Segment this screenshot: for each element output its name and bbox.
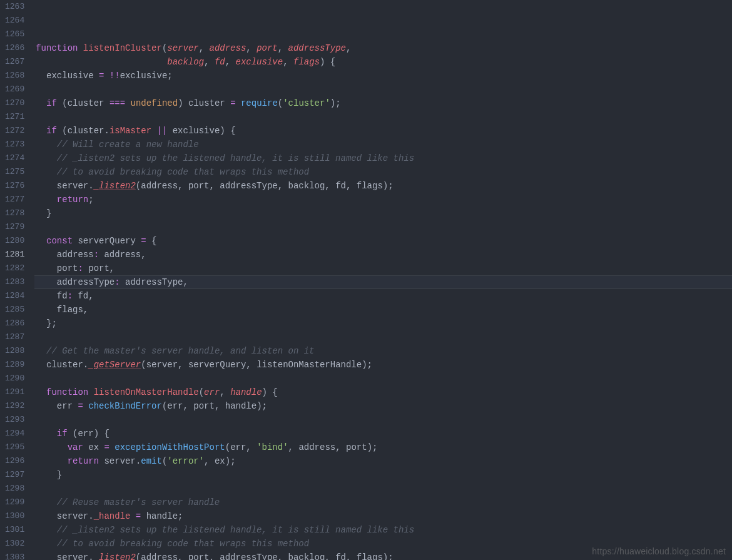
code-line[interactable] bbox=[36, 330, 732, 344]
line-number: 1279 bbox=[5, 220, 24, 234]
line-number: 1269 bbox=[5, 83, 24, 96]
line-number: 1276 bbox=[5, 179, 24, 193]
line-number: 1280 bbox=[5, 234, 24, 248]
code-line[interactable]: // to avoid breaking code that wraps thi… bbox=[36, 165, 732, 179]
line-number: 1266 bbox=[5, 41, 24, 55]
line-number: 1277 bbox=[5, 193, 24, 206]
code-line[interactable]: } bbox=[36, 206, 732, 220]
line-number: 1298 bbox=[5, 482, 24, 496]
code-area[interactable]: function listenInCluster(server, address… bbox=[36, 0, 732, 560]
line-number: 1281 bbox=[5, 248, 24, 262]
line-number: 1299 bbox=[5, 496, 24, 509]
code-line[interactable]: cluster._getServer(server, serverQuery, … bbox=[36, 358, 732, 372]
line-number: 1288 bbox=[5, 344, 24, 358]
code-line[interactable]: const serverQuery = { bbox=[36, 234, 732, 248]
line-number: 1293 bbox=[5, 413, 24, 427]
line-number-gutter: 1263126412651266126712681269127012711272… bbox=[0, 0, 36, 560]
code-line[interactable]: if (cluster.isMaster || exclusive) { bbox=[36, 124, 732, 138]
line-number: 1302 bbox=[5, 537, 24, 551]
line-number: 1264 bbox=[5, 14, 24, 28]
code-line[interactable]: return; bbox=[36, 193, 732, 206]
line-number: 1270 bbox=[5, 96, 24, 110]
code-line[interactable] bbox=[36, 413, 732, 427]
line-number: 1263 bbox=[5, 0, 24, 14]
code-line[interactable]: err = checkBindError(err, port, handle); bbox=[36, 399, 732, 413]
line-number: 1294 bbox=[5, 427, 24, 440]
line-number: 1297 bbox=[5, 468, 24, 482]
code-line[interactable] bbox=[36, 220, 732, 234]
line-number: 1289 bbox=[5, 358, 24, 372]
code-line[interactable]: function listenOnMasterHandle(err, handl… bbox=[36, 385, 732, 399]
code-line[interactable]: address: address, bbox=[36, 248, 732, 262]
code-line[interactable] bbox=[36, 28, 732, 41]
code-line[interactable]: // Get the master's server handle, and l… bbox=[36, 344, 732, 358]
line-number: 1303 bbox=[5, 551, 24, 560]
line-number: 1287 bbox=[5, 330, 24, 344]
line-number: 1292 bbox=[5, 399, 24, 413]
code-line[interactable]: var ex = exceptionWithHostPort(err, 'bin… bbox=[36, 440, 732, 454]
line-number: 1291 bbox=[5, 385, 24, 399]
line-number: 1301 bbox=[5, 523, 24, 537]
code-line[interactable] bbox=[36, 83, 732, 96]
line-number: 1300 bbox=[5, 509, 24, 523]
code-line[interactable]: exclusive = !!exclusive; bbox=[36, 69, 732, 83]
code-line[interactable]: server._listen2(address, port, addressTy… bbox=[36, 551, 732, 560]
code-line[interactable]: server._listen2(address, port, addressTy… bbox=[36, 179, 732, 193]
line-number: 1268 bbox=[5, 69, 24, 83]
line-number: 1285 bbox=[5, 303, 24, 317]
code-line[interactable]: // _listen2 sets up the listened handle,… bbox=[36, 151, 732, 165]
code-line[interactable]: // to avoid breaking code that wraps thi… bbox=[36, 537, 732, 551]
code-editor[interactable]: 1263126412651266126712681269127012711272… bbox=[0, 0, 732, 560]
line-number: 1290 bbox=[5, 372, 24, 385]
code-line[interactable]: fd: fd, bbox=[36, 289, 732, 303]
code-line[interactable] bbox=[36, 482, 732, 496]
line-number: 1282 bbox=[5, 262, 24, 275]
code-line[interactable]: // Reuse master's server handle bbox=[36, 496, 732, 509]
code-line[interactable] bbox=[36, 110, 732, 124]
code-line[interactable]: // _listen2 sets up the listened handle,… bbox=[36, 523, 732, 537]
line-number: 1274 bbox=[5, 151, 24, 165]
code-line[interactable]: function listenInCluster(server, address… bbox=[36, 41, 732, 55]
line-number: 1272 bbox=[5, 124, 24, 138]
line-number: 1286 bbox=[5, 317, 24, 330]
line-number: 1296 bbox=[5, 454, 24, 468]
code-line[interactable]: } bbox=[36, 468, 732, 482]
line-number: 1273 bbox=[5, 138, 24, 151]
line-number: 1267 bbox=[5, 55, 24, 69]
code-line[interactable]: // Will create a new handle bbox=[36, 138, 732, 151]
code-line[interactable]: port: port, bbox=[36, 262, 732, 275]
line-number: 1283 bbox=[5, 275, 24, 289]
code-line[interactable]: server._handle = handle; bbox=[36, 509, 732, 523]
code-line[interactable]: addressType: addressType, bbox=[34, 275, 732, 289]
code-line[interactable]: if (cluster === undefined) cluster = req… bbox=[36, 96, 732, 110]
line-number: 1278 bbox=[5, 206, 24, 220]
code-line[interactable]: }; bbox=[36, 317, 732, 330]
line-number: 1275 bbox=[5, 165, 24, 179]
code-line[interactable] bbox=[36, 372, 732, 385]
code-line[interactable]: flags, bbox=[36, 303, 732, 317]
line-number: 1284 bbox=[5, 289, 24, 303]
code-line[interactable]: if (err) { bbox=[36, 427, 732, 440]
code-line[interactable]: backlog, fd, exclusive, flags) { bbox=[36, 55, 732, 69]
line-number: 1265 bbox=[5, 28, 24, 41]
code-line[interactable]: return server.emit('error', ex); bbox=[36, 454, 732, 468]
line-number: 1295 bbox=[5, 440, 24, 454]
line-number: 1271 bbox=[5, 110, 24, 124]
